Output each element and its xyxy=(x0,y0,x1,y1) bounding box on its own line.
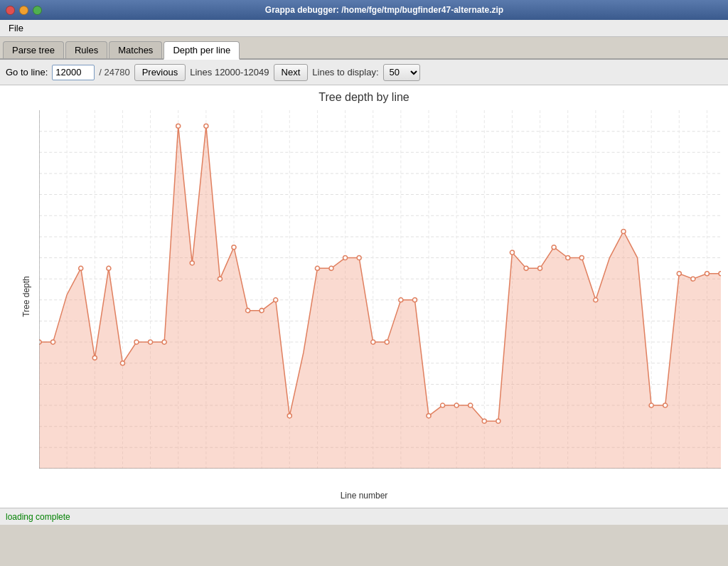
svg-point-102 xyxy=(315,266,319,270)
svg-point-128 xyxy=(705,272,709,276)
svg-point-85 xyxy=(51,340,55,344)
svg-point-126 xyxy=(677,272,681,276)
tab-matches[interactable]: Matches xyxy=(109,41,162,58)
goto-label: Go to line: xyxy=(6,67,48,78)
chart-container: 0481216202428323640444852566064120001200… xyxy=(39,110,721,469)
svg-point-127 xyxy=(691,277,695,281)
svg-point-129 xyxy=(719,272,721,276)
svg-point-125 xyxy=(663,403,668,407)
y-axis-label: Tree depth xyxy=(21,276,31,317)
svg-point-96 xyxy=(218,277,222,281)
file-menu[interactable]: File xyxy=(3,21,29,35)
svg-point-107 xyxy=(385,340,389,344)
menubar: File xyxy=(0,20,728,37)
total-lines: / 24780 xyxy=(99,67,129,78)
svg-point-112 xyxy=(454,403,459,407)
svg-point-97 xyxy=(232,245,236,250)
svg-point-109 xyxy=(412,298,417,302)
svg-point-101 xyxy=(287,414,291,418)
svg-point-113 xyxy=(469,403,473,407)
svg-point-100 xyxy=(274,298,278,302)
goto-input[interactable] xyxy=(52,65,95,80)
svg-point-118 xyxy=(538,266,542,270)
svg-point-105 xyxy=(357,256,361,260)
svg-point-88 xyxy=(107,266,111,270)
svg-point-103 xyxy=(329,266,333,270)
window-title: Grappa debugger: /home/fge/tmp/bugfinder… xyxy=(46,5,722,15)
tab-parse-tree[interactable]: Parse tree xyxy=(3,41,64,58)
svg-point-106 xyxy=(371,340,375,344)
svg-point-99 xyxy=(259,309,264,313)
svg-point-110 xyxy=(427,414,431,418)
svg-point-115 xyxy=(496,419,500,423)
minimize-button[interactable] xyxy=(19,6,28,15)
lines-display-select[interactable]: 10 20 50 100 200 xyxy=(383,64,420,81)
lines-to-display-label: Lines to display: xyxy=(312,67,378,78)
svg-point-89 xyxy=(120,361,124,365)
x-axis-label: Line number xyxy=(341,491,388,501)
svg-point-95 xyxy=(204,124,208,128)
svg-point-87 xyxy=(92,356,97,360)
svg-point-114 xyxy=(482,419,486,423)
previous-button[interactable]: Previous xyxy=(134,64,186,81)
close-button[interactable] xyxy=(6,6,15,15)
svg-point-90 xyxy=(134,340,139,344)
svg-point-123 xyxy=(621,229,626,233)
range-label: Lines 12000-12049 xyxy=(190,67,269,78)
tab-rules[interactable]: Rules xyxy=(65,41,107,58)
svg-point-117 xyxy=(524,266,528,270)
next-button[interactable]: Next xyxy=(274,64,309,81)
chart-svg: 0481216202428323640444852566064120001200… xyxy=(39,110,721,469)
svg-point-122 xyxy=(594,298,598,302)
chart-area: Tree depth by line Tree depth 0481216202… xyxy=(0,85,728,508)
tab-depth-per-line[interactable]: Depth per line xyxy=(164,41,240,60)
svg-point-93 xyxy=(176,124,181,128)
svg-point-121 xyxy=(579,256,584,260)
svg-point-104 xyxy=(343,256,348,260)
svg-point-91 xyxy=(149,340,153,344)
status-text: loading complete xyxy=(6,512,70,522)
svg-point-92 xyxy=(162,340,166,344)
maximize-button[interactable] xyxy=(33,6,42,15)
titlebar: Grappa debugger: /home/fge/tmp/bugfinder… xyxy=(0,0,728,20)
tab-bar: Parse tree Rules Matches Depth per line xyxy=(0,37,728,60)
svg-point-94 xyxy=(190,261,194,265)
svg-point-119 xyxy=(552,245,556,250)
svg-point-111 xyxy=(441,403,445,407)
svg-point-98 xyxy=(246,309,250,313)
svg-point-124 xyxy=(649,403,653,407)
svg-point-116 xyxy=(510,250,514,255)
svg-point-108 xyxy=(399,298,403,302)
svg-point-86 xyxy=(79,266,83,270)
toolbar: Go to line: / 24780 Previous Lines 12000… xyxy=(0,60,728,85)
svg-point-120 xyxy=(566,256,570,260)
statusbar: loading complete xyxy=(0,508,728,525)
chart-title: Tree depth by line xyxy=(0,85,728,104)
